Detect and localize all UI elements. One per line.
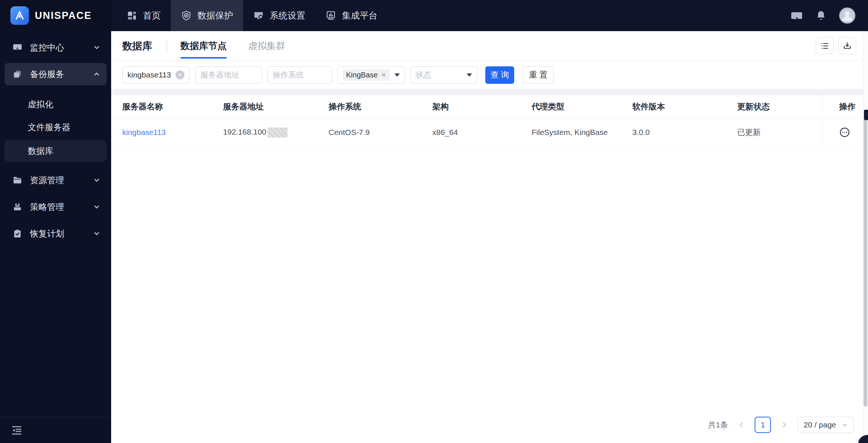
remove-tag-icon[interactable]: ✕ — [381, 71, 386, 79]
nav-item-system-settings[interactable]: 系统设置 — [243, 0, 315, 31]
sidebar-item-policy-management[interactable]: 策略管理 — [4, 196, 107, 218]
sidebar-item-label: 恢复计划 — [30, 228, 86, 239]
nav-item-label: 首页 — [143, 10, 161, 22]
backup-copy-icon — [12, 69, 23, 79]
sidebar-subitem-database[interactable]: 数据库 — [4, 140, 107, 162]
shield-check-icon — [181, 10, 192, 21]
status-select[interactable]: 状态 — [410, 66, 477, 84]
table-row: kingbase113 192.168.100 CentOS-7.9 x86_6… — [111, 118, 868, 147]
nav-item-integration-platform[interactable]: 集成平台 — [315, 0, 388, 31]
integration-icon — [325, 10, 336, 21]
caret-down-icon — [395, 73, 400, 77]
sidebar-item-label: 资源管理 — [30, 175, 86, 186]
sidebar-item-label: 备份服务 — [30, 69, 86, 80]
bell-icon[interactable] — [815, 10, 827, 22]
pagination-total: 共1条 — [708, 420, 728, 430]
col-header-server-name: 服务器名称 — [111, 101, 212, 112]
sidebar-item-label: 策略管理 — [30, 201, 86, 213]
scrollbar-thumb[interactable] — [864, 120, 867, 407]
chevron-up-icon — [93, 71, 100, 77]
os-input[interactable] — [273, 70, 327, 79]
shell: 监控中心 备份服务 虚拟化 文件服务器 — [0, 31, 868, 443]
sidebar-subitem-label: 文件服务器 — [28, 122, 70, 133]
page-prev-icon[interactable] — [738, 421, 745, 429]
monitor-icon — [12, 42, 23, 53]
nav-item-label: 集成平台 — [342, 10, 378, 22]
nav-item-label: 数据保护 — [197, 10, 233, 22]
col-header-agent-type: 代理类型 — [521, 101, 621, 112]
chevron-down-icon — [93, 44, 100, 51]
title-divider — [166, 40, 167, 52]
cell-update-status: 已更新 — [726, 127, 822, 138]
sidebar-subitem-file-server[interactable]: 文件服务器 — [4, 117, 107, 137]
sidebar-subitem-virtualization[interactable]: 虚拟化 — [4, 94, 107, 114]
dashboard-icon — [126, 10, 137, 21]
sidebar-item-monitoring-center[interactable]: 监控中心 — [4, 36, 107, 59]
sidebar-item-backup-service[interactable]: 备份服务 — [4, 63, 107, 85]
ellipsis-circle-icon[interactable] — [839, 127, 850, 138]
pagination: 共1条 1 20 / page — [708, 417, 854, 433]
col-header-update-status: 更新状态 — [726, 101, 822, 112]
edge-clipped-widget — [864, 110, 868, 120]
tab-bar: 数据库 数据库节点 虚拟集群 — [111, 31, 868, 61]
server-address-input[interactable] — [200, 70, 257, 79]
download-icon — [842, 41, 852, 51]
top-bar: UNISPACE 首页 数据保护 系统设置 — [0, 0, 868, 31]
chevron-down-icon — [93, 204, 100, 210]
brand: UNISPACE — [0, 0, 111, 31]
page-size-value: 20 / page — [804, 420, 836, 429]
status-placeholder: 状态 — [416, 70, 431, 80]
sidebar-item-recovery-plan[interactable]: 恢复计划 — [4, 222, 107, 245]
nav-item-data-protection[interactable]: 数据保护 — [171, 0, 243, 31]
search-button[interactable]: 查 询 — [485, 66, 514, 84]
app-root: UNISPACE 首页 数据保护 系统设置 — [0, 0, 868, 443]
topbar-right — [789, 0, 868, 31]
col-header-actions: 操作 — [822, 95, 868, 118]
page-size-select[interactable]: 20 / page — [798, 417, 854, 433]
page-next-icon[interactable] — [781, 421, 788, 429]
chevron-down-icon — [93, 177, 100, 184]
table-header-row: 服务器名称 服务器地址 操作系统 架构 代理类型 软件版本 更新状态 操作 — [111, 95, 868, 118]
policy-archive-icon — [12, 202, 23, 212]
clear-circle-icon[interactable]: ✕ — [176, 70, 184, 79]
sidebar-item-resource-management[interactable]: 资源管理 — [4, 169, 107, 191]
cell-os: CentOS-7.9 — [317, 128, 421, 137]
chevron-down-icon — [93, 230, 100, 237]
sidebar-submenu-backup: 虚拟化 文件服务器 数据库 — [0, 94, 111, 162]
table-section: 服务器名称 服务器地址 操作系统 架构 代理类型 软件版本 更新状态 操作 ki… — [111, 95, 868, 443]
cell-agent-type: FileSystem, KingBase — [521, 128, 621, 137]
top-navigation: 首页 数据保护 系统设置 集成平台 — [116, 0, 388, 31]
nav-item-home[interactable]: 首页 — [116, 0, 171, 31]
recovery-clipboard-icon — [12, 228, 23, 239]
server-name-link[interactable]: kingbase113 — [122, 128, 166, 136]
filter-bar: kingbase113 ✕ KingBase ✕ 状态 — [111, 61, 868, 89]
tab-virtual-cluster[interactable]: 虚拟集群 — [248, 31, 285, 60]
table-toolbar — [816, 37, 856, 54]
section-gap — [111, 89, 868, 95]
scrollbar-track[interactable] — [863, 31, 868, 443]
server-address-text: 192.168.100 — [223, 128, 266, 136]
agent-type-select[interactable]: KingBase ✕ — [337, 66, 405, 84]
unispace-logo-icon — [10, 6, 29, 25]
page-number-1[interactable]: 1 — [755, 417, 771, 433]
redacted-ip-blur — [267, 128, 287, 138]
sidebar: 监控中心 备份服务 虚拟化 文件服务器 — [0, 31, 111, 443]
reset-button[interactable]: 重 置 — [523, 66, 554, 84]
col-header-version: 软件版本 — [621, 101, 726, 112]
collapse-sidebar-icon[interactable] — [10, 424, 23, 437]
avatar[interactable] — [839, 7, 855, 24]
download-button[interactable] — [838, 37, 856, 54]
tab-database-node[interactable]: 数据库节点 — [180, 31, 227, 60]
message-icon[interactable] — [789, 9, 803, 22]
sidebar-footer — [0, 417, 111, 443]
cell-arch: x86_64 — [421, 128, 521, 137]
list-view-icon — [820, 41, 829, 51]
cell-version: 3.0.0 — [621, 128, 726, 137]
os-filter — [267, 66, 332, 84]
server-address-filter — [195, 66, 262, 84]
page-title: 数据库 — [122, 39, 152, 53]
sidebar-item-label: 监控中心 — [30, 42, 86, 53]
server-name-filter[interactable]: kingbase113 ✕ — [122, 66, 190, 84]
list-view-button[interactable] — [816, 37, 834, 54]
col-header-os: 操作系统 — [317, 101, 421, 112]
